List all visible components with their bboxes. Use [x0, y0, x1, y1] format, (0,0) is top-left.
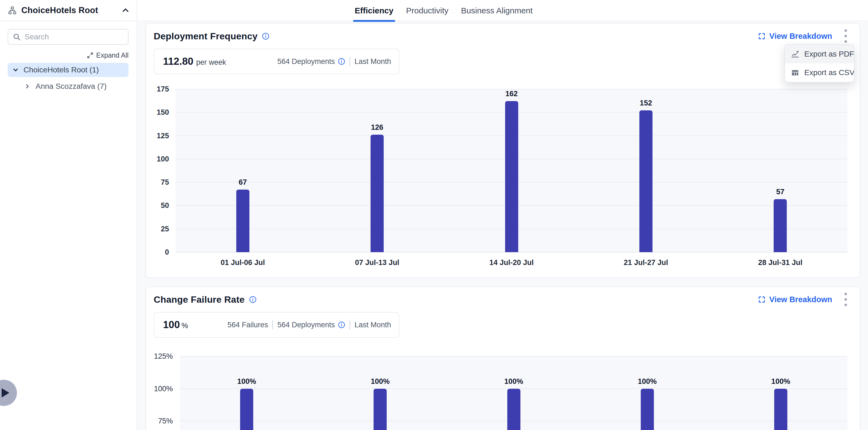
tab-label: Business Alignment [461, 6, 533, 15]
bar-value-label: 126 [350, 123, 404, 132]
card-title: Deployment Frequency [154, 31, 258, 41]
separator [349, 57, 350, 66]
info-icon[interactable] [262, 33, 269, 40]
view-breakdown-button[interactable]: View Breakdown [758, 32, 832, 41]
x-axis-label: 07 Jul-13 Jul [331, 258, 424, 267]
bar[interactable] [640, 110, 652, 252]
stat-unit: % [182, 322, 188, 330]
triangle-right-icon [2, 388, 9, 397]
y-tick-label: 100 [146, 154, 169, 164]
view-breakdown-label: View Breakdown [769, 32, 832, 41]
view-breakdown-label: View Breakdown [769, 295, 832, 304]
bar[interactable] [774, 389, 787, 430]
bar-value-label: 152 [619, 98, 673, 108]
deployment-frequency-stat-box: 112.80 per week 564 Deployments Last Mon… [154, 48, 399, 74]
org-sitemap-icon [8, 6, 17, 15]
bar-value-label: 100% [487, 377, 541, 386]
tree-item-label: Anna Scozzafava (7) [36, 82, 107, 91]
tab-productivity[interactable]: Productivity [406, 0, 448, 21]
bar[interactable] [240, 389, 253, 430]
chevron-right-icon[interactable] [24, 83, 31, 90]
export-dropdown-menu: Export as PDF Export as CSV [784, 44, 854, 82]
bar-value-label: 100% [620, 377, 675, 386]
bar[interactable] [374, 389, 387, 430]
gridline [180, 356, 847, 357]
bar[interactable] [641, 389, 654, 430]
search-input[interactable] [25, 33, 124, 41]
topbar: Efficiency Productivity Business Alignme… [137, 0, 868, 21]
deployment-frequency-card: Deployment Frequency View Breakdown [146, 23, 860, 278]
bar[interactable] [505, 101, 518, 252]
sidebar-expand-handle[interactable] [0, 380, 17, 406]
y-tick-label: 0 [146, 247, 169, 257]
menu-item-label: Export as CSV [804, 68, 854, 77]
bar[interactable] [371, 135, 384, 252]
y-tick-label: 175 [146, 84, 169, 94]
tab-label: Efficiency [355, 6, 394, 15]
menu-item-label: Export as PDF [804, 50, 854, 59]
search-box [8, 29, 128, 45]
stat-value: 100 [163, 319, 180, 331]
stat-value: 112.80 [163, 56, 193, 67]
bar[interactable] [507, 389, 520, 430]
bar-value-label: 162 [484, 89, 539, 98]
bar[interactable] [774, 199, 787, 252]
x-axis-label: 28 Jul-31 Jul [734, 258, 827, 267]
fullscreen-expand-icon [758, 32, 766, 40]
chevron-up-icon[interactable] [121, 6, 130, 14]
expand-all-button[interactable]: Expand All [87, 51, 128, 60]
stat-unit: per week [196, 58, 226, 67]
sidebar: ChoiceHotels Root Expand All [0, 0, 137, 430]
sidebar-header: ChoiceHotels Root [0, 0, 137, 21]
kebab-menu-icon[interactable] [843, 28, 849, 44]
tab-efficiency[interactable]: Efficiency [355, 0, 394, 21]
fullscreen-expand-icon [758, 296, 766, 303]
tab-bar: Efficiency Productivity Business Alignme… [355, 0, 533, 21]
separator [272, 320, 273, 329]
y-tick-label: 25 [146, 224, 169, 234]
tree-item-choicehotels-root[interactable]: ChoiceHotels Root (1) [8, 63, 128, 77]
change-failure-rate-stat-box: 100 % 564 Failures 564 Deployments Last … [154, 312, 399, 338]
gridline [176, 89, 847, 89]
expand-all-icon [87, 52, 94, 59]
tree-item-label: ChoiceHotels Root (1) [24, 66, 99, 74]
stat-period: Last Month [354, 321, 391, 329]
change-failure-rate-card: Change Failure Rate View Breakdown 100 [146, 286, 860, 430]
table-icon [791, 69, 799, 77]
y-tick-label: 125% [146, 351, 173, 361]
y-tick-label: 50 [146, 201, 169, 210]
kebab-menu-icon[interactable] [843, 291, 849, 308]
tab-label: Productivity [406, 6, 448, 15]
tab-business-alignment[interactable]: Business Alignment [461, 0, 533, 21]
stat-failures: 564 Failures [227, 321, 268, 329]
bar-value-label: 100% [353, 377, 407, 386]
expand-all-label: Expand All [96, 52, 128, 59]
bar-value-label: 57 [753, 187, 808, 196]
tree-item-anna-scozzafava[interactable]: Anna Scozzafava (7) [24, 80, 107, 93]
change-failure-rate-chart: 75%100%125%100%100%100%100%100% [146, 287, 860, 430]
bar-value-label: 100% [753, 377, 808, 386]
y-tick-label: 125 [146, 131, 169, 141]
menu-item-export-csv[interactable]: Export as CSV [785, 63, 854, 82]
y-tick-label: 75 [146, 177, 169, 187]
info-icon[interactable] [338, 58, 345, 65]
x-axis-label: 14 Jul-20 Jul [465, 258, 558, 267]
chevron-down-icon[interactable] [12, 66, 19, 73]
chart-line-icon [791, 50, 799, 59]
stat-deployments: 564 Deployments [277, 321, 335, 329]
bar-value-label: 67 [216, 177, 270, 187]
menu-item-export-pdf[interactable]: Export as PDF [785, 45, 854, 63]
x-axis-label: 01 Jul-06 Jul [196, 258, 289, 267]
bar-value-label: 100% [219, 377, 274, 386]
bar[interactable] [236, 190, 249, 252]
separator [349, 320, 350, 329]
info-icon[interactable] [249, 296, 256, 303]
stat-deployments: 564 Deployments [277, 57, 335, 66]
y-tick-label: 75% [146, 416, 173, 426]
view-breakdown-button[interactable]: View Breakdown [758, 295, 832, 304]
stat-period: Last Month [354, 57, 391, 66]
info-icon[interactable] [338, 321, 345, 328]
x-axis-label: 21 Jul-27 Jul [599, 258, 692, 267]
sidebar-title: ChoiceHotels Root [21, 5, 117, 15]
y-tick-label: 150 [146, 107, 169, 117]
